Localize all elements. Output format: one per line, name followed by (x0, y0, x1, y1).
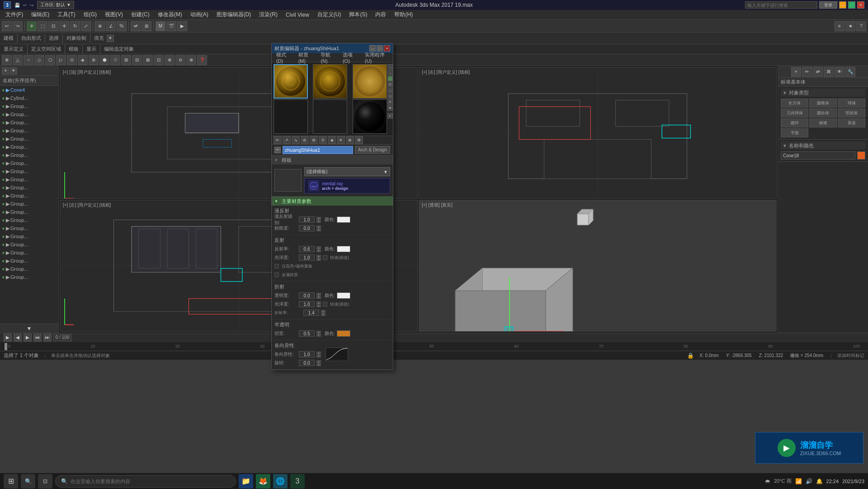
metal-checkbox[interactable] (274, 273, 279, 277)
arrow-up[interactable]: ▲ (316, 301, 321, 304)
arrow-up[interactable]: ▲ (316, 293, 321, 296)
diffuse-color-swatch[interactable] (337, 216, 350, 223)
reflection-color-swatch[interactable] (337, 246, 350, 252)
sidebar-item-group21[interactable]: ● ▶ Group... (0, 265, 58, 273)
sidebar-item-group12[interactable]: ● ▶ Group... (0, 192, 58, 200)
toolbar-icon-4[interactable]: ◇ (34, 55, 44, 65)
timeline-cursor[interactable] (5, 343, 7, 350)
weight-arrows[interactable]: ▲ ▼ (316, 331, 321, 337)
render-setup-button[interactable]: 🎬 (166, 21, 176, 31)
object-type-header[interactable]: ▼ 对象类型 (781, 89, 865, 97)
align-button[interactable]: ⊞ (142, 21, 151, 31)
menu-customize[interactable]: 自定义(U) (314, 10, 345, 19)
sidebar-item-group15[interactable]: ● ▶ Group... (0, 216, 58, 224)
layers-button[interactable]: ≡ (835, 21, 844, 31)
notification-bell[interactable]: 🔔 (816, 478, 823, 484)
menu-create[interactable]: 创建(C) (127, 10, 153, 19)
scene-states-button[interactable]: ★ (845, 21, 855, 31)
select-region-button[interactable]: ⬚ (38, 21, 47, 31)
rotation-arrows[interactable]: ▲ ▼ (316, 360, 321, 366)
sidebar-item-group3[interactable]: ● ▶ Group... (0, 118, 58, 127)
arrow-up[interactable]: ▲ (316, 255, 321, 258)
viewport-right[interactable]: [+] [右] [用户定义] [线框] (419, 67, 777, 199)
aniso-level-arrows[interactable]: ▲ ▼ (316, 352, 321, 357)
menu-script[interactable]: 脚本(S) (345, 10, 371, 19)
toolbar-icon-10[interactable]: ⬢ (99, 55, 109, 65)
menu-civil-view[interactable]: Civil View (282, 11, 313, 19)
me-type-badge[interactable]: Arch & Design (355, 146, 390, 154)
arrow-down[interactable]: ▼ (316, 220, 321, 223)
toolbar-icon-8[interactable]: ◈ (78, 55, 88, 65)
me-preview-4[interactable] (274, 99, 308, 134)
refr-gloss-arrows[interactable]: ▲ ▼ (316, 301, 321, 307)
sidebar-item-cylinder[interactable]: ● ▶ Cylind... (0, 94, 58, 102)
menu-help[interactable]: 帮助(H) (391, 10, 416, 19)
menu-file[interactable]: 文件(F) (2, 10, 27, 19)
toolbar-icon-13[interactable]: ⊟ (132, 55, 142, 65)
arrow-down[interactable]: ▼ (316, 229, 321, 231)
search-input[interactable] (745, 1, 817, 9)
refraction-color-swatch[interactable] (337, 292, 350, 299)
sidebar-item-group2[interactable]: ● ▶ Group... (0, 110, 58, 118)
me-side-btn7[interactable]: ✕ (387, 99, 393, 105)
arrow-down[interactable]: ▼ (316, 258, 321, 261)
me-arch-design-badge[interactable]: mr mental ray arch + design (304, 178, 390, 193)
toolbar-icon-18[interactable]: ⊗ (186, 55, 196, 65)
name-color-header[interactable]: ▼ 名称和颜色 (781, 141, 865, 150)
arrow-up[interactable]: ▲ (316, 226, 321, 228)
toolbar-icon-3[interactable]: ○ (24, 55, 33, 65)
sidebar-select-btn[interactable]: ✛ (2, 67, 9, 75)
tube-button[interactable]: 管状体 (838, 108, 865, 118)
me-maximize-btn[interactable]: □ (377, 45, 383, 52)
me-tb-paste[interactable]: ⎘ (319, 136, 327, 144)
me-tb-get-material[interactable]: ↗ (283, 136, 291, 144)
object-name-input[interactable] (781, 151, 855, 160)
toolbar-icon-17[interactable]: ⊖ (175, 55, 185, 65)
me-close-btn[interactable]: ✕ (384, 45, 390, 52)
menu-graph-editor[interactable]: 图形编辑器(D) (213, 10, 255, 19)
viewport-perspective[interactable]: [+] [透视] [真实] (419, 200, 777, 332)
menu-render[interactable]: 渲染(R) (255, 10, 281, 19)
diffuse-level-arrows[interactable]: ▲ ▼ (316, 217, 321, 223)
angle-snap-button[interactable]: ∠ (106, 21, 116, 31)
me-side-btn9[interactable]: ↙ (387, 113, 393, 118)
scale-button[interactable]: ⤢ (81, 21, 91, 31)
motion-tab[interactable]: ⌘ (824, 67, 834, 77)
me-tb-make-unique[interactable]: ◈ (328, 136, 336, 144)
torus-button[interactable]: 圆环 (781, 118, 808, 127)
sidebar-item-group4[interactable]: ● ▶ Group... (0, 127, 58, 135)
modify-tab[interactable]: ✏ (802, 67, 812, 77)
file-explorer-btn[interactable]: 📁 (239, 474, 253, 489)
next-frame-button[interactable]: ▶ (24, 334, 32, 342)
me-side-btn8[interactable]: ⊗ (387, 105, 393, 111)
box-button[interactable]: 长方体 (781, 99, 808, 108)
goto-end-button[interactable]: ⏭ (43, 334, 52, 342)
search-icon-btn[interactable]: 🔍 (21, 474, 35, 489)
me-tb-delete[interactable]: ✕ (337, 136, 345, 144)
me-menu-options[interactable]: 选项(O) (340, 52, 360, 64)
toolbar-icon-14[interactable]: ⊠ (143, 55, 153, 65)
hierarchy-tab[interactable]: ⇌ (813, 67, 823, 77)
toolbar-icon-12[interactable]: ⊞ (121, 55, 131, 65)
fast-interp-checkbox[interactable] (323, 255, 327, 260)
refl-gloss-arrows[interactable]: ▲ ▼ (316, 255, 321, 261)
display-tab[interactable]: 👁 (835, 67, 844, 77)
create-tab[interactable]: + (791, 67, 801, 77)
me-preview-5[interactable] (313, 99, 347, 134)
me-side-btn2[interactable]: ↓ (387, 70, 393, 75)
me-tb-eyedropper[interactable]: ✏ (274, 136, 282, 144)
me-menu-material[interactable]: 材质(M) (296, 52, 316, 64)
workspace-dropdown[interactable]: 工作区: 默认 ▼ (37, 1, 74, 9)
start-button[interactable]: ⊞ (4, 474, 18, 489)
highlights-checkbox[interactable] (274, 264, 279, 268)
arrow-down[interactable]: ▼ (316, 249, 321, 252)
me-template-header[interactable]: ▼ 模板 (272, 155, 393, 165)
me-name-input[interactable] (283, 146, 353, 154)
toolbar-icon-11[interactable]: ☉ (110, 55, 120, 65)
edge-btn[interactable]: 🌐 (273, 474, 288, 489)
sidebar-item-group19[interactable]: ● ▶ Group... (0, 249, 58, 257)
sidebar-item-group22[interactable]: ● ▶ Group... (0, 273, 58, 281)
lock-icon[interactable]: 🔒 (687, 353, 694, 359)
timeline-bar[interactable]: 0 10 20 30 40 50 60 70 80 90 100 (0, 342, 868, 351)
arrow-down[interactable]: ▼ (321, 313, 326, 316)
